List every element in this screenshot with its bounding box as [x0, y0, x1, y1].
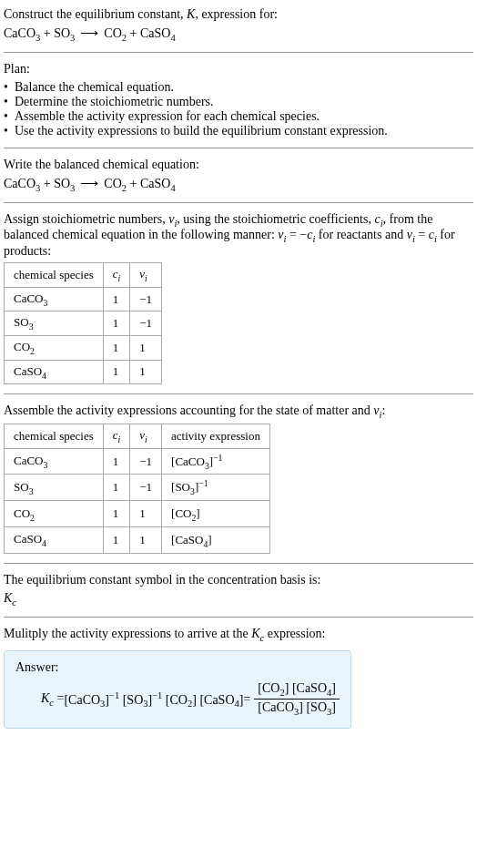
- plan-text: Assemble the activity expression for eac…: [15, 109, 320, 124]
- plan-bullet: •Use the activity expressions to build t…: [4, 124, 473, 138]
- cell-c: 1: [103, 360, 130, 384]
- cell-activity: [CaCO3]−1: [162, 448, 270, 475]
- answer-box: Answer: Kc = [CaCO3]−1 [SO3]−1 [CO2] [Ca…: [4, 650, 351, 729]
- balanced-heading: Write the balanced chemical equation:: [4, 158, 473, 172]
- intro-text: Construct the equilibrium constant,: [4, 7, 187, 21]
- k-symbol: K: [187, 7, 195, 21]
- cell-nu: 1: [130, 527, 162, 554]
- table-header-row: chemical species ci νi activity expressi…: [5, 424, 270, 448]
- cell-c: 1: [103, 311, 130, 336]
- balanced-equation: CaCO3 + SO3⟶CO2 + CaSO4: [4, 176, 473, 193]
- divider: [4, 202, 473, 203]
- divider: [4, 393, 473, 394]
- cell-activity: [SO3]−1: [162, 475, 270, 501]
- stoich-table: chemical species ci νi CaCO3 1 −1 SO3 1 …: [4, 262, 162, 384]
- col-species: chemical species: [5, 263, 104, 288]
- plan-heading: Plan:: [4, 62, 473, 77]
- bullet-icon: •: [4, 95, 15, 109]
- cell-c: 1: [103, 475, 130, 501]
- cell-nu: −1: [130, 448, 162, 475]
- table-row: CaCO3 1 −1 [CaCO3]−1: [5, 448, 270, 475]
- answer-fraction: [CO2] [CaSO4] [CaCO3] [SO3]: [254, 680, 340, 719]
- cell-species: CO2: [5, 501, 104, 527]
- kc-symbol: Kc: [4, 591, 473, 608]
- bullet-icon: •: [4, 80, 15, 95]
- cell-nu: −1: [130, 287, 162, 311]
- table-row: SO3 1 −1 [SO3]−1: [5, 475, 270, 501]
- cell-activity: [CaSO4]: [162, 527, 270, 554]
- cell-nu: −1: [130, 311, 162, 336]
- plus-op: +: [127, 26, 140, 40]
- intro-suffix: , expression for:: [195, 7, 278, 21]
- col-nu: νi: [130, 263, 162, 288]
- cell-species: CaSO4: [5, 527, 104, 554]
- intro-block: Construct the equilibrium constant, K, e…: [4, 7, 473, 22]
- cell-species: CaCO3: [5, 448, 104, 475]
- answer-product: [CaCO3]−1 [SO3]−1 [CO2] [CaSO4]: [64, 690, 243, 709]
- table-header-row: chemical species ci νi: [5, 263, 162, 288]
- reactant-2: SO3: [54, 177, 75, 190]
- plan-text: Determine the stoichiometric numbers.: [15, 95, 214, 109]
- product-1: CO2: [104, 177, 127, 190]
- fraction-numerator: [CO2] [CaSO4]: [254, 680, 340, 699]
- reactant-2: SO3: [54, 26, 75, 40]
- reaction-equation: CaCO3 + SO3⟶CO2 + CaSO4: [4, 26, 473, 43]
- stoich-text: Assign stoichiometric numbers, νi, using…: [4, 212, 473, 260]
- cell-c: 1: [103, 448, 130, 475]
- arrow-icon: ⟶: [80, 177, 98, 190]
- symbol-text: The equilibrium constant symbol in the c…: [4, 573, 473, 587]
- cell-nu: 1: [130, 335, 162, 360]
- cell-nu: 1: [130, 501, 162, 527]
- table-row: CaSO4 1 1 [CaSO4]: [5, 527, 270, 554]
- plan-text: Use the activity expressions to build th…: [15, 124, 388, 138]
- answer-label: Answer:: [15, 660, 340, 675]
- bullet-icon: •: [4, 109, 15, 124]
- plan-bullet: •Balance the chemical equation.: [4, 80, 473, 95]
- answer-equation: Kc = [CaCO3]−1 [SO3]−1 [CO2] [CaSO4] = […: [15, 680, 340, 719]
- cell-species: CaCO3: [5, 287, 104, 311]
- plan-bullet: •Determine the stoichiometric numbers.: [4, 95, 473, 109]
- product-2: CaSO4: [140, 26, 176, 40]
- equals: =: [243, 692, 250, 707]
- cell-nu: −1: [130, 475, 162, 501]
- cell-c: 1: [103, 335, 130, 360]
- reactant-1: CaCO3: [4, 177, 40, 190]
- cell-c: 1: [103, 287, 130, 311]
- cell-species: CaSO4: [5, 360, 104, 384]
- activity-table: chemical species ci νi activity expressi…: [4, 424, 270, 554]
- multiply-text: Mulitply the activity expressions to arr…: [4, 627, 473, 643]
- plus-op: +: [127, 177, 140, 190]
- cell-species: SO3: [5, 311, 104, 336]
- reactant-1: CaCO3: [4, 26, 40, 40]
- cell-c: 1: [103, 501, 130, 527]
- plan-text: Balance the chemical equation.: [15, 80, 174, 95]
- divider: [4, 148, 473, 148]
- cell-nu: 1: [130, 360, 162, 384]
- plus-op: +: [40, 177, 54, 190]
- col-species: chemical species: [5, 424, 104, 448]
- plus-op: +: [40, 26, 54, 40]
- cell-species: SO3: [5, 475, 104, 501]
- col-nu: νi: [130, 424, 162, 448]
- col-activity: activity expression: [162, 424, 270, 448]
- arrow-icon: ⟶: [80, 26, 98, 40]
- bullet-icon: •: [4, 124, 15, 138]
- divider: [4, 563, 473, 564]
- divider: [4, 617, 473, 618]
- cell-species: CO2: [5, 335, 104, 360]
- fraction-denominator: [CaCO3] [SO3]: [254, 700, 340, 718]
- table-row: CaSO4 1 1: [5, 360, 162, 384]
- product-1: CO2: [104, 26, 127, 40]
- product-2: CaSO4: [140, 177, 176, 190]
- cell-activity: [CO2]: [162, 501, 270, 527]
- activity-text: Assemble the activity expressions accoun…: [4, 403, 473, 420]
- table-row: CaCO3 1 −1: [5, 287, 162, 311]
- col-c: ci: [103, 263, 130, 288]
- table-row: CO2 1 1 [CO2]: [5, 501, 270, 527]
- divider: [4, 52, 473, 53]
- table-row: CO2 1 1: [5, 335, 162, 360]
- cell-c: 1: [103, 527, 130, 554]
- table-row: SO3 1 −1: [5, 311, 162, 336]
- plan-bullet: •Assemble the activity expression for ea…: [4, 109, 473, 124]
- col-c: ci: [103, 424, 130, 448]
